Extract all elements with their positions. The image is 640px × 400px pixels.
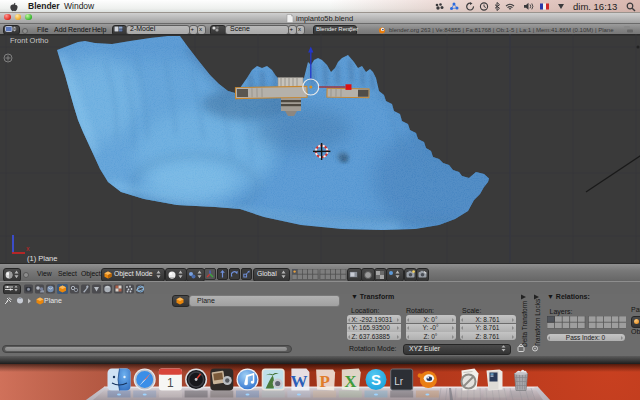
svg-text:W: W	[290, 372, 307, 391]
svg-text:Delta Transform: Delta Transform	[521, 301, 528, 347]
svg-text:x: x	[26, 245, 30, 252]
svg-text:X: X	[344, 372, 357, 391]
svg-text:Lr: Lr	[394, 376, 404, 387]
svg-text:P: P	[319, 372, 329, 391]
svg-text:Transform Locks: Transform Locks	[534, 298, 541, 347]
svg-text:(1) Plane: (1) Plane	[27, 254, 57, 263]
svg-text:S: S	[371, 371, 381, 388]
svg-text:Front Ortho: Front Ortho	[10, 36, 48, 45]
svg-text:1: 1	[167, 376, 174, 390]
